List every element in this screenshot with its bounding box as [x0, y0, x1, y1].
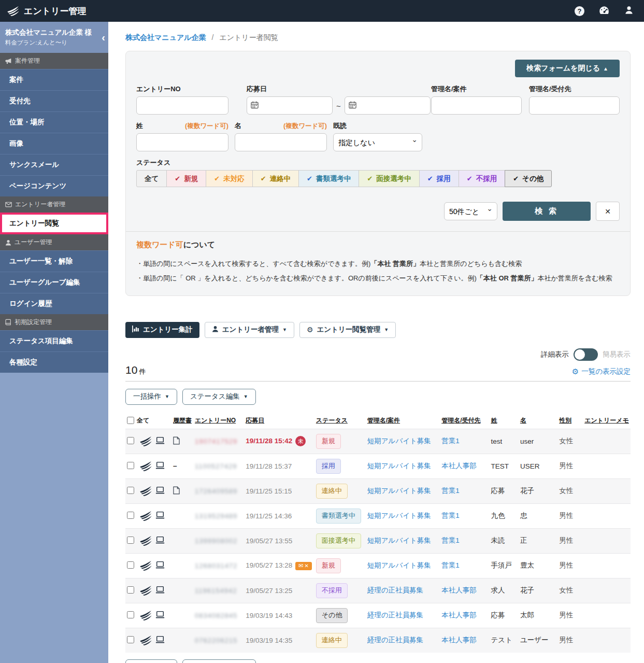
- status-filter-button[interactable]: ✔不採用: [459, 170, 505, 187]
- breadcrumb-parent-link[interactable]: 株式会社マニュアル企業: [125, 33, 206, 41]
- sidebar-item[interactable]: 各種設定: [0, 351, 108, 373]
- reception-input[interactable]: [529, 96, 620, 115]
- entry-no[interactable]: 1907417529: [195, 438, 237, 445]
- multiword-note-title: 複数ワード可について: [136, 240, 620, 250]
- search-button[interactable]: 検 索: [503, 202, 591, 221]
- entry-no[interactable]: 0834082845: [195, 612, 237, 619]
- row-checkbox[interactable]: [127, 561, 134, 569]
- case-link[interactable]: 短期アルバイト募集: [367, 561, 431, 569]
- resume-doc-icon[interactable]: [173, 439, 180, 446]
- sidebar-item[interactable]: サンクスメール: [0, 154, 108, 175]
- reception-link[interactable]: 本社人事部: [441, 462, 477, 470]
- reception-link[interactable]: 本社人事部: [441, 586, 477, 594]
- view-mode-toggle[interactable]: [574, 348, 598, 361]
- list-display-settings-link[interactable]: ⚙ 一覧の表示設定: [572, 367, 631, 376]
- status-filter-button[interactable]: ✔面接選考中: [359, 170, 419, 187]
- sidebar-item[interactable]: 受付先: [0, 90, 108, 111]
- user-icon[interactable]: [624, 5, 634, 17]
- chevron-down-icon: ▼: [244, 394, 248, 399]
- entry-no[interactable]: 1268031472: [195, 562, 237, 570]
- row-checkbox[interactable]: [127, 636, 134, 643]
- column-header[interactable]: 姓: [491, 417, 497, 424]
- column-header[interactable]: 管理名/案件: [367, 417, 400, 424]
- status-filter-button[interactable]: ✔その他: [505, 170, 552, 187]
- entry-no[interactable]: 1399908002: [195, 537, 237, 545]
- status-edit-button[interactable]: ステータス編集▼: [182, 659, 256, 663]
- case-link[interactable]: 短期アルバイト募集: [367, 512, 431, 519]
- column-header[interactable]: エントリーNO: [195, 417, 236, 424]
- sidebar-item[interactable]: ページコンテンツ: [0, 175, 108, 196]
- sidebar-item[interactable]: 画像: [0, 133, 108, 154]
- apply-date-to-input[interactable]: [345, 96, 431, 115]
- row-checkbox[interactable]: [127, 437, 134, 444]
- row-checkbox[interactable]: [127, 611, 134, 618]
- status-edit-button[interactable]: ステータス編集▼: [182, 389, 256, 405]
- row-checkbox[interactable]: [127, 512, 134, 519]
- sidebar-item[interactable]: ステータス項目編集: [0, 330, 108, 351]
- case-link[interactable]: 経理の正社員募集: [367, 636, 423, 644]
- case-link[interactable]: 経理の正社員募集: [367, 611, 423, 619]
- last-name-input[interactable]: [136, 133, 228, 151]
- select-all-checkbox[interactable]: [127, 417, 134, 424]
- reception-link[interactable]: 営業1: [441, 512, 460, 519]
- resume-doc-icon[interactable]: [173, 488, 180, 496]
- row-checkbox[interactable]: [127, 537, 134, 544]
- column-header[interactable]: 名: [520, 417, 526, 424]
- entry-no-input[interactable]: [136, 96, 228, 115]
- apply-date-from-input[interactable]: [247, 96, 333, 115]
- dashboard-icon[interactable]: [599, 6, 610, 17]
- case-link[interactable]: 短期アルバイト募集: [367, 437, 431, 445]
- column-header[interactable]: 履歴書: [173, 417, 192, 424]
- case-name-input[interactable]: [431, 96, 522, 115]
- bulk-action-button[interactable]: 一括操作▼: [125, 389, 177, 405]
- entry-no[interactable]: 1726409589: [195, 487, 237, 495]
- read-status-select[interactable]: 指定しない: [333, 133, 422, 151]
- status-filter-button[interactable]: ✔採用: [419, 170, 459, 187]
- clear-search-button[interactable]: ✕: [596, 202, 620, 221]
- first-name: 花子: [519, 478, 557, 503]
- row-checkbox[interactable]: [127, 487, 134, 494]
- sidebar-item[interactable]: エントリー閲覧: [0, 213, 108, 234]
- column-header[interactable]: 応募日: [246, 417, 264, 424]
- column-header[interactable]: 性別: [559, 417, 571, 424]
- entry-no[interactable]: 1100527429: [195, 462, 237, 470]
- case-link[interactable]: 短期アルバイト募集: [367, 487, 431, 495]
- per-page-select[interactable]: 50件ごと: [444, 202, 497, 220]
- sidebar-item[interactable]: ログイン履歴: [0, 293, 108, 314]
- table-header-row: 全て履歴書エントリーNO応募日ステータス管理名/案件管理名/受付先姓名性別エント…: [125, 413, 631, 429]
- row-checkbox[interactable]: [127, 586, 134, 594]
- sidebar-collapse-icon[interactable]: ‹: [102, 32, 105, 43]
- view-management-button[interactable]: ⚙ エントリー閲覧管理▼: [299, 322, 396, 338]
- entry-no[interactable]: 1196154942: [195, 587, 237, 595]
- entry-aggregate-button[interactable]: エントリー集計: [125, 322, 199, 338]
- close-search-form-button[interactable]: 検索フォームを閉じる▲: [515, 60, 620, 77]
- column-header[interactable]: エントリーメモ: [584, 417, 629, 424]
- reception-link[interactable]: 営業1: [441, 487, 460, 495]
- sidebar-item[interactable]: ユーザーグループ編集: [0, 272, 108, 293]
- status-filter-button[interactable]: 全て: [136, 170, 167, 187]
- first-name-input[interactable]: [235, 133, 327, 151]
- row-checkbox[interactable]: [127, 462, 134, 469]
- status-filter-button[interactable]: ✔書類選考中: [298, 170, 359, 187]
- entry-no[interactable]: 0762206215: [195, 637, 237, 644]
- case-link[interactable]: 短期アルバイト募集: [367, 537, 431, 544]
- help-icon[interactable]: ?: [575, 6, 584, 16]
- sidebar-item[interactable]: 案件: [0, 69, 108, 90]
- entry-no[interactable]: 1319529489: [195, 512, 237, 520]
- reception-link[interactable]: 営業1: [441, 561, 460, 569]
- case-link[interactable]: 短期アルバイト募集: [367, 462, 431, 470]
- reception-link[interactable]: 本社人事部: [441, 611, 477, 619]
- status-filter-button[interactable]: ✔連絡中: [252, 170, 299, 187]
- status-filter-button[interactable]: ✔未対応: [206, 170, 252, 187]
- case-link[interactable]: 経理の正社員募集: [367, 586, 423, 594]
- status-filter-button[interactable]: ✔新規: [166, 170, 206, 187]
- column-header[interactable]: 管理名/受付先: [441, 417, 480, 424]
- reception-link[interactable]: 営業1: [441, 537, 460, 544]
- reception-link[interactable]: 営業1: [441, 437, 460, 445]
- sidebar-item[interactable]: ユーザー一覧・解除: [0, 250, 108, 272]
- sidebar-item[interactable]: 位置・場所: [0, 111, 108, 133]
- reception-link[interactable]: 本社人事部: [441, 636, 477, 644]
- column-header[interactable]: ステータス: [316, 417, 348, 424]
- bulk-action-button[interactable]: 一括操作▼: [125, 659, 177, 663]
- entrant-management-button[interactable]: エントリー者管理▼: [205, 322, 294, 338]
